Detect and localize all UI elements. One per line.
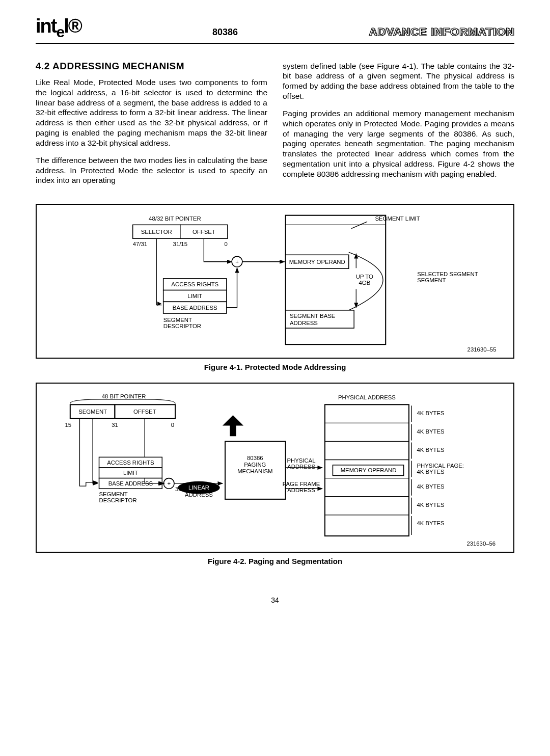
- svg-text:DESCRIPTOR: DESCRIPTOR: [99, 497, 137, 503]
- figure-4-2: text { font-family: Helvetica, Arial, sa…: [36, 383, 514, 553]
- body-columns: 4.2 ADDRESSING MECHANISM Like Real Mode,…: [36, 56, 514, 193]
- svg-text:PAGE FRAME: PAGE FRAME: [283, 481, 320, 487]
- svg-text:4K BYTES: 4K BYTES: [417, 521, 445, 527]
- figure-4-1: text { font-family: Helvetica, Arial, sa…: [36, 204, 514, 359]
- figure-4-1-caption: Figure 4-1. Protected Mode Addressing: [36, 363, 514, 371]
- page-number: 34: [36, 596, 514, 604]
- svg-text:4K BYTES: 4K BYTES: [417, 447, 445, 453]
- svg-text:48 BIT POINTER: 48 BIT POINTER: [102, 393, 146, 399]
- svg-text:231630–56: 231630–56: [466, 541, 496, 547]
- right-column: system defined table (see Figure 4-1). T…: [283, 56, 514, 193]
- svg-text:31/15: 31/15: [173, 241, 187, 247]
- svg-text:ADDRESS: ADDRESS: [185, 492, 213, 498]
- svg-text:DESCRIPTOR: DESCRIPTOR: [163, 323, 201, 329]
- svg-text:SEGMENT BASE: SEGMENT BASE: [290, 313, 336, 319]
- svg-text:ADDRESS: ADDRESS: [287, 488, 315, 494]
- svg-text:PHYSICAL: PHYSICAL: [287, 457, 316, 464]
- figure-4-2-svg: text { font-family: Helvetica, Arial, sa…: [37, 384, 513, 552]
- intel-logo: intel®: [36, 15, 81, 41]
- paragraph-4: Paging provides an additional memory man…: [283, 109, 514, 179]
- segdesc: SEGMENT: [163, 317, 192, 323]
- svg-text:LIMIT: LIMIT: [123, 470, 138, 476]
- svg-text:48/32 BIT POINTER: 48/32 BIT POINTER: [149, 215, 201, 222]
- svg-text:SEGMENT: SEGMENT: [78, 409, 107, 415]
- svg-text:4K BYTES: 4K BYTES: [417, 428, 445, 435]
- svg-text:4K BYTES: 4K BYTES: [417, 410, 445, 416]
- svg-text:LIMIT: LIMIT: [187, 293, 202, 299]
- svg-text:MECHANISM: MECHANISM: [237, 469, 272, 475]
- svg-text:OFFSET: OFFSET: [133, 409, 156, 415]
- advance-info: ADVANCE INFORMATION: [369, 25, 514, 41]
- svg-text:4K BYTES: 4K BYTES: [417, 502, 445, 508]
- svg-text:SEGMENT: SEGMENT: [99, 491, 128, 497]
- svg-text:231630–55: 231630–55: [468, 346, 497, 353]
- svg-text:SEGMENT: SEGMENT: [417, 277, 446, 283]
- paragraph-3: system defined table (see Figure 4-1). T…: [283, 61, 514, 101]
- svg-text:OFFSET: OFFSET: [193, 229, 215, 235]
- svg-text:31: 31: [112, 422, 118, 428]
- svg-text:0: 0: [171, 422, 174, 428]
- svg-text:+: +: [167, 480, 171, 487]
- svg-text:0: 0: [225, 241, 228, 247]
- section-heading: 4.2 ADDRESSING MECHANISM: [36, 60, 267, 72]
- svg-text:MEMORY OPERAND: MEMORY OPERAND: [289, 259, 345, 265]
- svg-text:+: +: [235, 259, 239, 265]
- svg-text:4K BYTES: 4K BYTES: [417, 483, 445, 490]
- figure-4-1-svg: text { font-family: Helvetica, Arial, sa…: [37, 205, 513, 358]
- paragraph-2: The difference between the two modes lie…: [36, 155, 267, 185]
- svg-text:PHYSICAL PAGE:: PHYSICAL PAGE:: [417, 463, 464, 469]
- svg-text:15: 15: [65, 422, 72, 428]
- svg-text:BASE ADDRESS: BASE ADDRESS: [173, 305, 217, 311]
- svg-text:PHYSICAL ADDRESS: PHYSICAL ADDRESS: [338, 394, 396, 400]
- svg-text:ADDRESS: ADDRESS: [290, 320, 318, 326]
- svg-text:UP TO: UP TO: [356, 274, 373, 280]
- svg-text:SELECTOR: SELECTOR: [141, 229, 172, 235]
- svg-text:4K BYTES: 4K BYTES: [417, 469, 445, 475]
- svg-text:LINEAR: LINEAR: [188, 485, 209, 491]
- svg-text:ADDRESS: ADDRESS: [287, 464, 315, 470]
- svg-text:47/31: 47/31: [133, 241, 147, 247]
- svg-text:80386: 80386: [247, 455, 263, 461]
- svg-text:▶: ▶: [157, 300, 162, 306]
- figure-4-2-caption: Figure 4-2. Paging and Segmentation: [36, 557, 514, 565]
- svg-text:ACCESS RIGHTS: ACCESS RIGHTS: [171, 282, 218, 288]
- header-rule: [36, 43, 514, 44]
- page-header: intel® 80386 ADVANCE INFORMATION: [36, 15, 514, 41]
- svg-text:SEGMENT LIMIT: SEGMENT LIMIT: [375, 215, 420, 222]
- chip-number: 80386: [81, 27, 369, 41]
- left-column: 4.2 ADDRESSING MECHANISM Like Real Mode,…: [36, 56, 267, 193]
- svg-text:4GB: 4GB: [359, 280, 370, 286]
- paragraph-1: Like Real Mode, Protected Mode uses two …: [36, 77, 267, 148]
- svg-text:PAGING: PAGING: [244, 462, 266, 468]
- svg-text:ACCESS RIGHTS: ACCESS RIGHTS: [107, 460, 154, 466]
- svg-text:MEMORY OPERAND: MEMORY OPERAND: [341, 467, 397, 473]
- svg-text:SELECTED
SEGMENT: SELECTED SEGMENT: [417, 271, 478, 277]
